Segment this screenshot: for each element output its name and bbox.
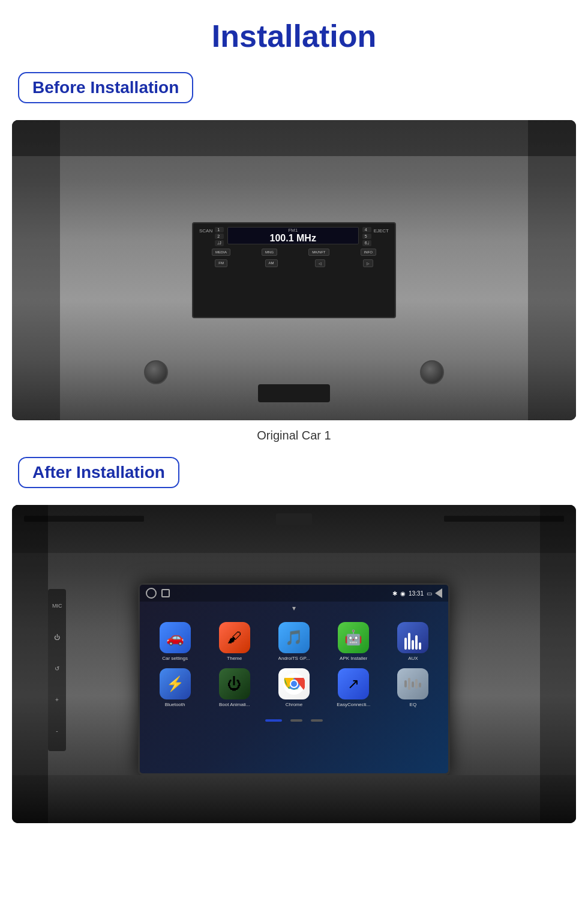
home-circle-button[interactable] bbox=[146, 588, 157, 599]
radio-controls: MEDIA MNG MK/NFT INFO bbox=[197, 249, 391, 256]
side-icon-power: ⏻ bbox=[52, 634, 62, 644]
before-section-header: Before Installation bbox=[0, 72, 588, 114]
after-interior: MIC ⏻ ↺ + - ✱ ◉ bbox=[12, 505, 576, 823]
right-door-pillar bbox=[540, 505, 576, 823]
bottom-dash bbox=[12, 775, 576, 823]
before-installation-image: SCAN 1 2 ♩J FM1 100.1 MHz 4 5 bbox=[12, 120, 576, 420]
app-aux[interactable]: AUX bbox=[386, 622, 440, 661]
gps-icon: ◉ bbox=[400, 590, 406, 597]
before-interior: SCAN 1 2 ♩J FM1 100.1 MHz 4 5 bbox=[12, 120, 576, 420]
app-aux-label: AUX bbox=[408, 656, 418, 661]
left-door-pillar bbox=[12, 505, 48, 823]
side-icon-back: ↺ bbox=[52, 665, 62, 675]
app-eq-label: EQ bbox=[410, 702, 417, 707]
eject-label: EJECT bbox=[371, 227, 391, 235]
app-androits-label: AndroiTS GP... bbox=[278, 656, 310, 661]
center-vent bbox=[258, 384, 330, 402]
right-side-shadow bbox=[528, 120, 576, 420]
page-container: Installation Before Installation SCAN 1 … bbox=[0, 0, 588, 823]
app-easy-connect-label: EasyConnecti... bbox=[337, 702, 370, 707]
app-car-settings-label: Car settings bbox=[162, 656, 188, 661]
dot-2 bbox=[290, 719, 302, 722]
battery-icon: ▭ bbox=[427, 590, 432, 597]
top-shadow bbox=[12, 120, 576, 156]
app-theme-icon: 🖌 bbox=[219, 622, 250, 653]
side-icon-vol-up: + bbox=[52, 696, 62, 706]
after-installation-label: After Installation bbox=[18, 457, 179, 488]
left-knob bbox=[144, 360, 168, 384]
right-knob bbox=[420, 360, 444, 384]
app-aux-icon bbox=[397, 622, 428, 653]
nav-square-button[interactable] bbox=[161, 589, 170, 597]
svg-rect-5 bbox=[408, 678, 410, 690]
after-section-header: After Installation bbox=[0, 457, 588, 499]
original-radio-unit: SCAN 1 2 ♩J FM1 100.1 MHz 4 5 bbox=[192, 222, 396, 318]
dropdown-arrow[interactable]: ▾ bbox=[140, 602, 448, 615]
dot-3 bbox=[311, 719, 323, 722]
dot-1 bbox=[265, 719, 282, 722]
radio-presets-right: 4 5 6♩ bbox=[362, 227, 371, 246]
scan-label: SCAN bbox=[197, 227, 215, 235]
after-installation-image: MIC ⏻ ↺ + - ✱ ◉ bbox=[12, 505, 576, 823]
left-side-shadow bbox=[12, 120, 60, 420]
app-bluetooth-icon: ⚡ bbox=[160, 668, 191, 699]
svg-rect-4 bbox=[404, 680, 407, 687]
before-caption: Original Car 1 bbox=[257, 429, 331, 442]
radio-display: FM1 100.1 MHz bbox=[227, 227, 359, 244]
radio-band-buttons: FM AM ◁ ▷ bbox=[197, 259, 391, 267]
nav-back-button[interactable] bbox=[435, 588, 442, 598]
svg-rect-6 bbox=[412, 681, 414, 687]
app-apk-label: APK Installer bbox=[340, 656, 367, 661]
app-theme[interactable]: 🖌 Theme bbox=[208, 622, 261, 661]
status-bar-right: ✱ ◉ 13:31 ▭ bbox=[392, 588, 442, 598]
app-boot-animation[interactable]: ⏻ Boot Animati... bbox=[208, 668, 261, 707]
app-boot-label: Boot Animati... bbox=[219, 702, 250, 707]
android-display: ✱ ◉ 13:31 ▭ ▾ 🚗 Car settings bbox=[140, 585, 448, 773]
app-androits-icon: 🎵 bbox=[278, 622, 310, 653]
top-dash bbox=[12, 505, 576, 553]
svg-rect-7 bbox=[415, 679, 418, 689]
app-car-settings[interactable]: 🚗 Car settings bbox=[148, 622, 202, 661]
app-boot-icon: ⏻ bbox=[219, 668, 250, 699]
side-panel: MIC ⏻ ↺ + - bbox=[48, 589, 66, 751]
app-grid-row2: ⚡ Bluetooth ⏻ Boot Animati... bbox=[140, 668, 448, 714]
app-grid-row1: 🚗 Car settings 🖌 Theme 🎵 AndroiTS GP... bbox=[140, 615, 448, 668]
status-bar-left bbox=[146, 588, 170, 599]
app-eq-icon bbox=[397, 668, 428, 699]
before-car-photo: SCAN 1 2 ♩J FM1 100.1 MHz 4 5 bbox=[12, 120, 576, 420]
pagination-dots bbox=[140, 717, 448, 724]
app-car-settings-icon: 🚗 bbox=[160, 622, 191, 653]
radio-frequency: 100.1 MHz bbox=[270, 233, 316, 244]
clock: 13:31 bbox=[409, 590, 424, 597]
app-apk-installer[interactable]: 🤖 APK Installer bbox=[327, 622, 380, 661]
app-chrome-label: Chrome bbox=[286, 702, 302, 707]
page-title: Installation bbox=[212, 18, 376, 54]
app-easy-connect-icon: ↗ bbox=[338, 668, 369, 699]
app-androits[interactable]: 🎵 AndroiTS GP... bbox=[267, 622, 320, 661]
svg-point-3 bbox=[291, 681, 297, 687]
side-icon-vol-down: - bbox=[52, 728, 62, 737]
app-apk-icon: 🤖 bbox=[338, 622, 369, 653]
center-element bbox=[276, 513, 312, 525]
app-theme-label: Theme bbox=[227, 656, 242, 661]
app-easy-connect[interactable]: ↗ EasyConnecti... bbox=[327, 668, 380, 707]
svg-rect-8 bbox=[419, 683, 421, 687]
app-bluetooth-label: Bluetooth bbox=[165, 702, 185, 707]
android-status-bar: ✱ ◉ 13:31 ▭ bbox=[140, 585, 448, 602]
before-installation-label: Before Installation bbox=[18, 72, 193, 103]
app-eq[interactable]: EQ bbox=[386, 668, 440, 707]
side-icon-mic: MIC bbox=[52, 603, 62, 612]
vents-row bbox=[12, 516, 576, 525]
radio-presets-left: 1 2 ♩J bbox=[215, 227, 224, 246]
radio-freq-label: FM1 bbox=[288, 228, 298, 233]
app-chrome-icon bbox=[278, 668, 310, 699]
android-head-unit: ✱ ◉ 13:31 ▭ ▾ 🚗 Car settings bbox=[138, 583, 450, 775]
app-chrome[interactable]: Chrome bbox=[267, 668, 320, 707]
bluetooth-icon: ✱ bbox=[392, 590, 397, 597]
app-bluetooth[interactable]: ⚡ Bluetooth bbox=[148, 668, 202, 707]
